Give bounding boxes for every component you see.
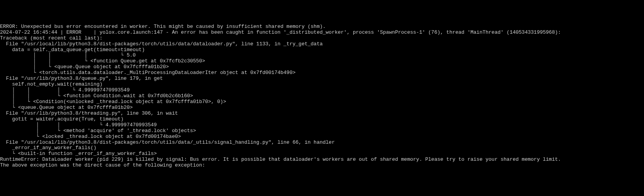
log-line-error-bus: ERROR: Unexpected bus error encountered … (0, 24, 644, 30)
log-line-file-dataloader: File "/usr/local/lib/python3.8/dist-pack… (0, 41, 644, 47)
log-line-code-wait: self.not_empty.wait(remaining) (0, 82, 644, 88)
log-line-trace-builtin: └ <built-in function _error_if_any_worke… (0, 151, 644, 157)
log-line-trace-acquiremethod: │ └ <method 'acquire' of '_thread.lock' … (0, 128, 644, 134)
log-line-trace-queueobj2: └ <queue.Queue object at 0x7fcfffa01b20> (0, 105, 644, 111)
log-line-traceback-header: Traceback (most recent call last): (0, 36, 644, 41)
log-line-code-acquire: gotit = waiter.acquire(True, timeout) (0, 117, 644, 122)
log-line-trace-queueobj: │ └ <queue.Queue object at 0x7fcfffa01b2… (0, 64, 644, 70)
log-line-exception-cause: The above exception was the direct cause… (0, 163, 644, 168)
log-line-trace-lockobj: └ <locked _thread.lock object at 0x7fd00… (0, 134, 644, 140)
log-line-error-header: 2024-07-22 16:45:44 | ERROR | yolox.core… (0, 30, 644, 36)
log-line-file-threading: File "/usr/lib/python3.8/threading.py", … (0, 111, 644, 117)
log-line-trace-remaining: │ │ │ └ 4.999997470993549 (0, 88, 644, 93)
log-line-trace-conditionobj: │ └ <Condition(<unlocked _thread.lock ob… (0, 99, 644, 105)
log-line-code-errorworker: _error_if_any_worker_fails() (0, 145, 644, 151)
log-line-file-queue: File "/usr/lib/python3.8/queue.py", line… (0, 76, 644, 82)
log-line-trace-timeout: │ │ │ └ 5.0 (0, 53, 644, 58)
terminal-output: ERROR: Unexpected bus error encountered … (0, 24, 644, 168)
log-line-runtimeerror: RuntimeError: DataLoader worker (pid 229… (0, 157, 644, 163)
log-line-trace-queueget: │ │ └ <function Queue.get at 0x7fcfb2c30… (0, 58, 644, 64)
log-line-trace-timeout2: │ │ └ 4.999997470993549 (0, 122, 644, 128)
log-line-trace-conditionwait: │ │ └ <function Condition.wait at 0x7fd0… (0, 93, 644, 99)
log-line-trace-iter: └ <torch.utils.data.dataloader._MultiPro… (0, 70, 644, 76)
log-line-code-data: data = self._data_queue.get(timeout=time… (0, 47, 644, 53)
log-line-file-signalhandling: File "/usr/local/lib/python3.8/dist-pack… (0, 140, 644, 146)
